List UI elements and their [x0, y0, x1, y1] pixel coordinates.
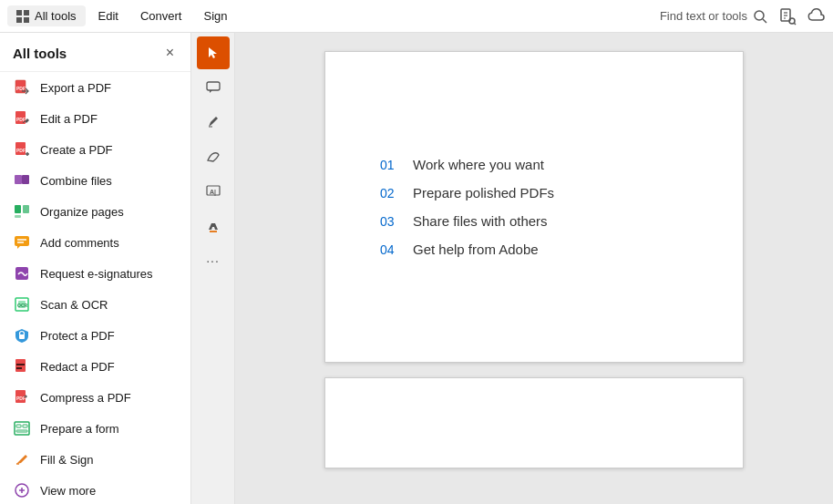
- sidebar-item-prepare-form[interactable]: Prepare a form: [0, 413, 190, 444]
- sidebar-item-redact[interactable]: Redact a PDF: [0, 351, 190, 382]
- convert-menu-item[interactable]: Convert: [131, 5, 191, 26]
- svg-rect-2: [16, 17, 22, 23]
- sidebar-item-organize[interactable]: Organize pages: [0, 196, 190, 227]
- toolbar-strip: A| ···: [191, 33, 235, 504]
- svg-rect-0: [16, 10, 22, 15]
- main-layout: All tools × PDF Export a PDF PDF Edit a …: [0, 33, 833, 504]
- sidebar-item-label: Request e-signatures: [40, 267, 153, 281]
- svg-point-4: [755, 11, 764, 20]
- sidebar-header: All tools ×: [0, 33, 190, 72]
- doc-item-num-3: 03: [380, 214, 400, 229]
- more-tools-button[interactable]: ···: [197, 244, 230, 277]
- compress-pdf-icon: PDF: [13, 388, 31, 406]
- svg-rect-44: [15, 422, 29, 435]
- sidebar-item-fill-sign[interactable]: Fill & Sign: [0, 444, 190, 475]
- sidebar-item-label: Edit a PDF: [40, 112, 98, 126]
- svg-rect-47: [16, 430, 27, 432]
- svg-text:OCR: OCR: [17, 303, 28, 308]
- doc-item-num-1: 01: [380, 158, 400, 172]
- sidebar-item-esignatures[interactable]: Request e-signatures: [0, 258, 190, 289]
- sidebar-item-label: Export a PDF: [40, 81, 111, 95]
- sidebar-item-label: Organize pages: [40, 205, 124, 219]
- menu-bar-right: Find text or tools: [660, 7, 826, 26]
- sidebar-item-create-pdf[interactable]: PDF Create a PDF: [0, 134, 190, 165]
- doc-page-main: 01 Work where you want 02 Prepare polish…: [324, 51, 744, 363]
- sidebar-item-edit-pdf[interactable]: PDF Edit a PDF: [0, 103, 190, 134]
- svg-rect-41: [16, 367, 22, 369]
- close-button[interactable]: ×: [162, 44, 178, 62]
- alltools-label: All tools: [35, 9, 77, 23]
- svg-rect-52: [207, 82, 220, 90]
- sidebar-title: All tools: [13, 46, 67, 61]
- sidebar-item-comments[interactable]: Add comments: [0, 227, 190, 258]
- request-esignatures-icon: [13, 264, 31, 283]
- svg-rect-40: [16, 364, 25, 365]
- highlight-tool-button[interactable]: [197, 210, 230, 242]
- svg-rect-23: [15, 175, 22, 184]
- doc-item-3: 03 Share files with others: [380, 213, 688, 229]
- doc-item-4: 04 Get help from Adobe: [380, 242, 688, 257]
- sidebar-item-export-pdf[interactable]: PDF Export a PDF: [0, 72, 190, 103]
- search-bar[interactable]: Find text or tools: [660, 9, 767, 24]
- sidebar-item-compress[interactable]: PDF Compress a PDF: [0, 382, 190, 413]
- sidebar-item-label: View more: [40, 484, 96, 498]
- add-comments-icon: [13, 233, 31, 252]
- svg-rect-1: [24, 10, 29, 15]
- sidebar-item-label: Add comments: [40, 236, 119, 250]
- prepare-form-icon: [13, 419, 31, 437]
- doc-page-secondary: [324, 377, 744, 468]
- sidebar-item-label: Redact a PDF: [40, 360, 115, 374]
- doc-item-2: 02 Prepare polished PDFs: [380, 185, 688, 201]
- doc-item-text-2: Prepare polished PDFs: [413, 185, 554, 201]
- text-tool-button[interactable]: A|: [197, 175, 230, 208]
- doc-item-text-3: Share files with others: [413, 213, 548, 229]
- doc-item-num-4: 04: [380, 242, 400, 257]
- svg-text:PDF: PDF: [16, 148, 26, 153]
- svg-marker-30: [17, 246, 20, 249]
- svg-line-5: [763, 19, 766, 23]
- sidebar-item-combine[interactable]: Combine files: [0, 165, 190, 196]
- sidebar-item-label: Protect a PDF: [40, 329, 115, 343]
- sidebar-item-label: Create a PDF: [40, 143, 112, 157]
- export-pdf-icon: PDF: [13, 78, 31, 97]
- document-icon[interactable]: [778, 7, 797, 26]
- sidebar-item-protect[interactable]: Protect a PDF: [0, 320, 190, 351]
- search-label: Find text or tools: [660, 9, 747, 23]
- fill-sign-icon: [13, 450, 31, 468]
- svg-rect-29: [15, 236, 29, 246]
- draw-tool-button[interactable]: [197, 106, 230, 139]
- doc-area: 01 Work where you want 02 Prepare polish…: [235, 33, 833, 504]
- grid-icon: [16, 10, 29, 23]
- svg-text:A|: A|: [210, 189, 216, 196]
- alltools-menu-item[interactable]: All tools: [7, 5, 86, 26]
- edit-menu-item[interactable]: Edit: [89, 5, 128, 26]
- svg-rect-26: [15, 205, 21, 213]
- cloud-icon[interactable]: [807, 7, 826, 26]
- svg-rect-24: [22, 175, 29, 184]
- svg-rect-28: [15, 215, 21, 218]
- svg-rect-45: [16, 425, 21, 427]
- sidebar-item-label: Compress a PDF: [40, 391, 131, 405]
- svg-text:PDF: PDF: [16, 86, 26, 91]
- doc-item-num-2: 02: [380, 186, 400, 201]
- sidebar-item-scan-ocr[interactable]: OCR Scan & OCR: [0, 289, 190, 320]
- sign-menu-item[interactable]: Sign: [194, 5, 236, 26]
- svg-marker-53: [210, 90, 212, 93]
- doc-item-text-1: Work where you want: [413, 157, 544, 172]
- doc-item-1: 01 Work where you want: [380, 157, 688, 172]
- sidebar: All tools × PDF Export a PDF PDF Edit a …: [0, 33, 191, 504]
- select-tool-button[interactable]: [197, 36, 230, 69]
- sidebar-item-view-more[interactable]: View more: [0, 475, 190, 504]
- sidebar-item-label: Scan & OCR: [40, 298, 108, 312]
- eraser-tool-button[interactable]: [197, 140, 230, 173]
- organize-pages-icon: [13, 202, 31, 221]
- view-more-icon: [13, 481, 31, 499]
- sidebar-item-label: Combine files: [40, 174, 112, 188]
- edit-pdf-icon: PDF: [13, 109, 31, 128]
- comment-tool-button[interactable]: [197, 71, 230, 104]
- combine-files-icon: [13, 171, 31, 190]
- menu-bar: All tools Edit Convert Sign Find text or…: [0, 0, 833, 33]
- sidebar-item-label: Fill & Sign: [40, 453, 94, 467]
- svg-rect-27: [23, 205, 29, 213]
- search-icon[interactable]: [753, 9, 767, 24]
